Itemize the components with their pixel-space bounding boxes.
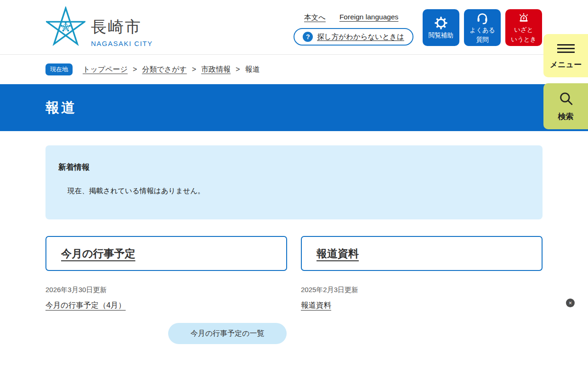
search-tab-label: 検索 <box>558 111 574 122</box>
header-button-group: 閲覧補助 よくある 質問 <box>423 9 542 46</box>
news-box: 新着情報 現在、掲載されている情報はありません。 <box>45 145 543 219</box>
site-name: 長崎市 <box>91 17 153 38</box>
section-row: 今月の行事予定 報道資料 <box>45 236 543 271</box>
emergency-button-label-line1: いざと <box>514 26 533 34</box>
breadcrumb-current-page: 報道 <box>245 65 260 75</box>
press-meta: 2025年2月3日更新 報道資料 <box>301 286 543 310</box>
search-icon <box>558 91 574 108</box>
emergency-button-label-line2: いうとき <box>511 35 536 44</box>
current-location-badge: 現在地 <box>45 63 73 75</box>
search-help-label: 探し方がわからないときは <box>317 32 404 42</box>
question-icon: ? <box>303 32 313 42</box>
events-section-link[interactable]: 今月の行事予定 <box>61 247 136 261</box>
menu-tab[interactable]: メニュー <box>543 34 588 77</box>
site-title-block: 長崎市 NAGASAKI CITY <box>91 6 153 47</box>
news-empty-message: 現在、掲載されている情報はありません。 <box>68 186 543 196</box>
search-tab[interactable]: 検索 <box>543 83 588 129</box>
foreign-languages-link[interactable]: Foreign languages <box>339 13 398 23</box>
events-updated-date: 2026年3月30日更新 <box>45 286 287 294</box>
siren-icon <box>517 12 530 24</box>
events-list-button[interactable]: 今月の行事予定の一覧 <box>168 323 287 344</box>
breadcrumb-link-categories[interactable]: 分類でさがす <box>142 65 187 75</box>
search-help-link[interactable]: ? 探し方がわからないときは <box>294 28 413 46</box>
utility-links: 本文へ Foreign languages <box>304 13 398 23</box>
page-title: 報道 <box>45 98 77 117</box>
press-updated-date: 2025年2月3日更新 <box>301 286 543 294</box>
breadcrumb-separator: > <box>192 65 196 74</box>
breadcrumb-separator: > <box>236 65 240 74</box>
section-meta-row: 2026年3月30日更新 今月の行事予定（4月） 2025年2月3日更新 報道資… <box>45 286 543 310</box>
main-content: 新着情報 現在、掲載されている情報はありません。 今月の行事予定 報道資料 20… <box>45 145 543 344</box>
site-logo[interactable]: 長崎市 NAGASAKI CITY <box>46 6 153 50</box>
events-meta: 2026年3月30日更新 今月の行事予定（4月） <box>45 286 287 310</box>
close-icon[interactable]: × <box>566 299 575 307</box>
menu-tab-label: メニュー <box>550 59 582 70</box>
breadcrumb-separator: > <box>133 65 137 74</box>
faq-button[interactable]: よくある 質問 <box>464 9 501 46</box>
breadcrumb: 現在地 トップページ > 分類でさがす > 市政情報 > 報道 <box>0 54 588 84</box>
hamburger-icon <box>557 42 575 55</box>
star-logo-icon <box>46 6 85 50</box>
faq-button-label-line2: 質問 <box>476 36 489 44</box>
emergency-button[interactable]: いざと いうとき <box>505 9 542 46</box>
page-banner: 報道 <box>0 84 588 131</box>
section-box-press: 報道資料 <box>301 236 543 271</box>
site-header: 長崎市 NAGASAKI CITY 本文へ Foreign languages … <box>0 0 588 54</box>
headset-icon <box>475 11 489 25</box>
site-name-en: NAGASAKI CITY <box>91 40 153 47</box>
press-article-link[interactable]: 報道資料 <box>301 300 331 310</box>
breadcrumb-link-city-info[interactable]: 市政情報 <box>201 65 231 75</box>
section-box-events: 今月の行事予定 <box>45 236 287 271</box>
breadcrumb-trail: トップページ > 分類でさがす > 市政情報 > 報道 <box>83 65 260 75</box>
events-article-link[interactable]: 今月の行事予定（4月） <box>45 300 126 310</box>
faq-button-label-line1: よくある <box>469 26 495 34</box>
accessibility-button-label: 閲覧補助 <box>429 31 453 40</box>
news-heading: 新着情報 <box>58 162 543 172</box>
breadcrumb-link-home[interactable]: トップページ <box>83 65 128 75</box>
press-section-link[interactable]: 報道資料 <box>317 247 359 261</box>
skip-to-content-link[interactable]: 本文へ <box>304 13 326 23</box>
gear-icon <box>434 16 448 30</box>
accessibility-button[interactable]: 閲覧補助 <box>423 9 459 46</box>
